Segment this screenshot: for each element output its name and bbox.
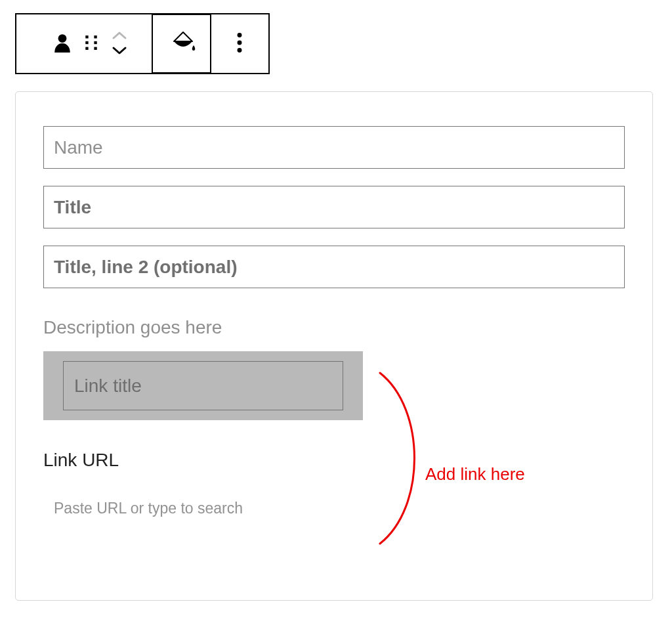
- svg-rect-3: [85, 41, 88, 44]
- person-icon[interactable]: [54, 33, 71, 54]
- paint-bucket-icon[interactable]: [167, 30, 196, 58]
- link-title-field[interactable]: [63, 361, 343, 410]
- move-down-button[interactable]: [112, 46, 127, 57]
- svg-rect-1: [85, 35, 88, 38]
- svg-rect-2: [94, 35, 96, 38]
- link-title-container: [43, 351, 363, 420]
- svg-rect-5: [85, 47, 88, 50]
- svg-point-0: [58, 34, 66, 43]
- svg-point-8: [238, 33, 242, 37]
- title-field[interactable]: [43, 186, 625, 228]
- description-placeholder[interactable]: Description goes here: [43, 317, 625, 338]
- more-options-button[interactable]: [237, 33, 242, 54]
- svg-marker-7: [174, 32, 192, 41]
- svg-rect-4: [94, 41, 96, 44]
- block-toolbar: [15, 13, 270, 74]
- title-line-2-field[interactable]: [43, 246, 625, 288]
- name-field[interactable]: [43, 126, 625, 169]
- link-url-field[interactable]: [43, 493, 332, 524]
- move-up-button[interactable]: [112, 31, 127, 42]
- svg-point-9: [238, 41, 242, 45]
- svg-point-10: [238, 48, 242, 53]
- block-content-panel: Description goes here Link URL Add link …: [15, 91, 653, 601]
- link-url-label: Link URL: [43, 450, 625, 471]
- svg-rect-6: [94, 47, 96, 50]
- drag-handle-icon[interactable]: [84, 35, 98, 53]
